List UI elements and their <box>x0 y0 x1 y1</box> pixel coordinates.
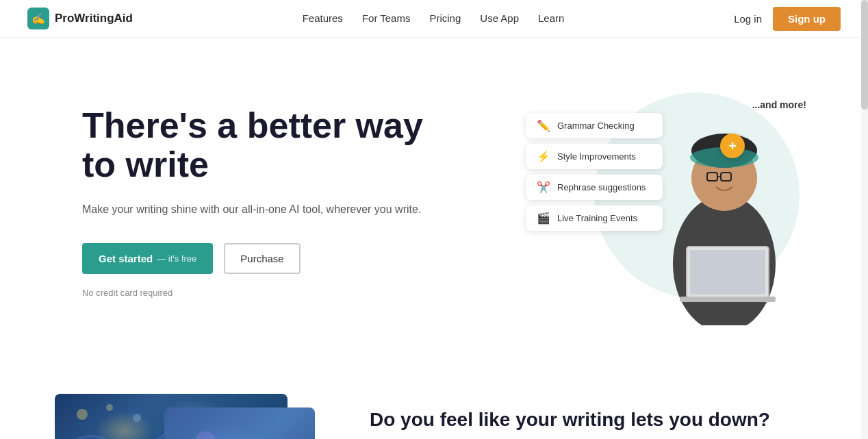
svg-point-10 <box>77 409 88 420</box>
logo-text: ProWritingAid <box>55 12 133 25</box>
second-section: My idea in my head Do you feel like your… <box>0 366 868 439</box>
nav-for-teams[interactable]: For Teams <box>362 12 411 24</box>
second-section-title: Do you feel like your writing lets you d… <box>370 407 813 432</box>
hero-buttons: Get started — it's free Purchase <box>82 243 424 274</box>
nav-pricing[interactable]: Pricing <box>429 12 461 24</box>
svg-point-11 <box>106 404 113 411</box>
artwork-container: My idea in my head <box>55 394 315 439</box>
feature-card-rephrase: ✂️ Rephrase suggestions <box>526 175 663 200</box>
signup-button[interactable]: Sign up <box>773 7 841 31</box>
training-icon: 🎬 <box>537 212 550 225</box>
hero-subtitle: Make your writing shine with our all-in-… <box>82 201 424 218</box>
login-button[interactable]: Log in <box>734 13 762 25</box>
logo-link[interactable]: ✍ ProWritingAid <box>27 8 133 29</box>
hero-section: There's a better way to write Make your … <box>0 38 868 366</box>
more-label: ...and more! <box>752 99 806 110</box>
nav-learn[interactable]: Learn <box>538 12 564 24</box>
plus-badge: + <box>720 134 745 158</box>
svg-point-13 <box>195 431 216 439</box>
hero-title: There's a better way to write <box>82 106 424 184</box>
rephrase-icon: ✂️ <box>537 181 550 194</box>
hero-left: There's a better way to write Make your … <box>82 106 424 298</box>
feature-cards-list: ✏️ Grammar Checking ⚡ Style Improvements… <box>526 113 663 231</box>
feature-card-style: ⚡ Style Improvements <box>526 144 663 169</box>
scrollbar-thumb[interactable] <box>861 0 868 110</box>
second-section-right: Do you feel like your writing lets you d… <box>370 394 813 439</box>
nav-use-app[interactable]: Use App <box>480 12 519 24</box>
logo-icon: ✍ <box>27 8 49 29</box>
svg-rect-7 <box>690 250 765 294</box>
nav-actions: Log in Sign up <box>734 7 841 31</box>
no-card-text: No credit card required <box>82 288 424 298</box>
style-icon: ⚡ <box>537 150 550 163</box>
feature-card-grammar: ✏️ Grammar Checking <box>526 113 663 138</box>
nav-features[interactable]: Features <box>303 12 343 24</box>
second-section-left: My idea in my head <box>55 394 315 439</box>
nav-links: Features For Teams Pricing Use App Learn <box>303 12 565 25</box>
get-started-button[interactable]: Get started — it's free <box>82 243 213 274</box>
svg-point-12 <box>133 414 141 422</box>
purchase-button[interactable]: Purchase <box>224 243 300 274</box>
grammar-icon: ✏️ <box>537 119 550 132</box>
artwork-overlay <box>164 407 315 439</box>
feature-card-training: 🎬 Live Training Events <box>526 205 663 231</box>
scrollbar-track[interactable] <box>861 0 868 439</box>
navbar: ✍ ProWritingAid Features For Teams Prici… <box>0 0 868 38</box>
svg-rect-8 <box>680 297 776 302</box>
hero-illustration: ...and more! ✏️ Grammar Checking ⚡ Style… <box>526 79 813 325</box>
